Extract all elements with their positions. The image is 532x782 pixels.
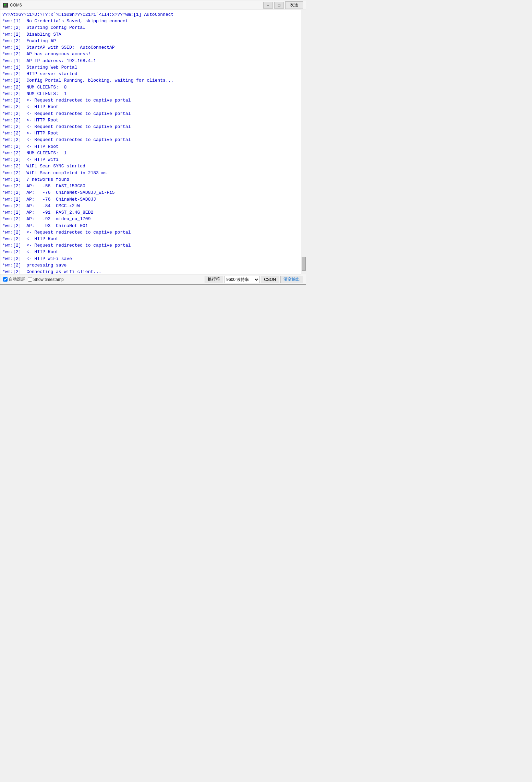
maximize-button[interactable]: □ [274,2,284,9]
title-bar-left: COM6 [3,3,22,8]
autoscroll-checkbox-label[interactable]: 自动滚屏 [3,276,25,282]
encoding-button[interactable]: CSON [261,276,279,283]
terminal-content: ???AtxG??11?D:?T?:x`?□I$0$n???C21?1`<ll4… [0,10,306,274]
bottom-right-controls: 换行符 9600 波特率 115200 波特率 57600 波特率 CSON 清… [205,276,303,283]
bottom-bar: 自动滚屏 Show timestamp 换行符 9600 波特率 115200 … [0,274,306,284]
timestamp-label: Show timestamp [33,277,64,282]
terminal-icon [3,3,8,8]
timestamp-checkbox[interactable] [28,277,32,282]
autoscroll-checkbox[interactable] [3,277,8,282]
clear-button[interactable]: 清空输出 [280,276,303,283]
scrollbar-track[interactable] [301,10,306,274]
send-button[interactable]: 发送 [285,1,303,9]
window-title: COM6 [10,3,22,8]
title-bar-controls: − □ 发送 [263,1,303,9]
autoscroll-label: 自动滚屏 [9,276,25,282]
terminal-output: ???AtxG??11?D:?T?:x`?□I$0$n???C21?1`<ll4… [2,11,304,274]
svg-rect-1 [4,4,6,5]
main-window: COM6 − □ 发送 ???AtxG??11?D:?T?:x`?□I$0$n?… [0,0,306,285]
svg-rect-2 [4,5,5,5]
minimize-button[interactable]: − [263,2,273,9]
baud-rate-select[interactable]: 9600 波特率 115200 波特率 57600 波特率 [225,276,259,283]
scrollbar-thumb[interactable] [302,257,306,271]
title-bar: COM6 − □ 发送 [0,0,306,10]
timestamp-checkbox-label[interactable]: Show timestamp [28,277,64,282]
newline-button[interactable]: 换行符 [205,276,223,283]
